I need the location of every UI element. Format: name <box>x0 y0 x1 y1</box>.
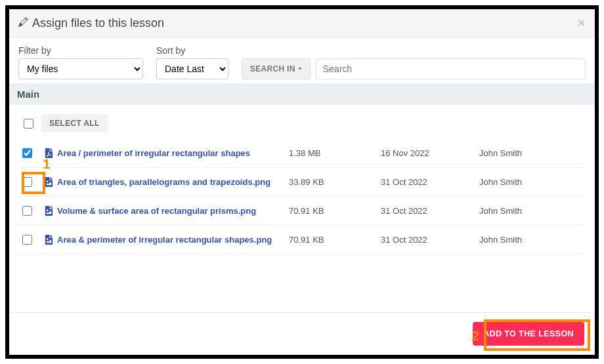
controls-row: Filter by My files Sort by Date Last SEA… <box>18 45 586 79</box>
close-button[interactable]: × <box>577 16 586 30</box>
caret-down-icon <box>298 68 302 70</box>
filter-by-label: Filter by <box>18 45 143 56</box>
sort-by-select[interactable]: Date Last <box>156 58 228 79</box>
file-checkbox[interactable] <box>22 206 32 216</box>
file-checkbox[interactable] <box>22 177 32 187</box>
table-row: Volume & surface area of rectangular pri… <box>18 197 586 226</box>
table-row: Area / perimeter of irregular rectangula… <box>18 139 586 168</box>
table-row: Area of triangles, parallelograms and tr… <box>18 168 586 197</box>
modal-footer: ADD TO THE LESSON <box>9 312 595 355</box>
file-pdf-icon <box>45 148 53 158</box>
file-name-link[interactable]: Area & perimeter of irregular rectangula… <box>57 235 272 245</box>
modal-header: Assign files to this lesson × <box>9 9 595 37</box>
file-size: 33.89 KB <box>289 177 381 187</box>
table-row: Area & perimeter of irregular rectangula… <box>18 226 586 254</box>
file-owner: John Smith <box>479 235 582 245</box>
file-owner: John Smith <box>479 206 582 216</box>
add-to-lesson-button[interactable]: ADD TO THE LESSON <box>473 322 584 346</box>
assign-files-modal: Assign files to this lesson × Filter by … <box>9 9 595 355</box>
file-owner: John Smith <box>479 177 582 187</box>
file-date: 16 Nov 2022 <box>381 148 479 158</box>
sort-by-label: Sort by <box>156 45 228 56</box>
file-size: 70.91 KB <box>289 206 381 216</box>
file-image-icon <box>45 206 53 216</box>
select-all-checkbox[interactable] <box>24 119 33 129</box>
modal-title: Assign files to this lesson <box>18 16 164 30</box>
pencil-icon <box>18 16 28 30</box>
file-name-link[interactable]: Area / perimeter of irregular rectangula… <box>57 148 250 158</box>
file-name-link[interactable]: Volume & surface area of rectangular pri… <box>57 206 256 216</box>
file-date: 31 Oct 2022 <box>381 177 479 187</box>
file-date: 31 Oct 2022 <box>381 235 479 245</box>
file-size: 1.38 MB <box>289 148 381 158</box>
search-in-button[interactable]: SEARCH IN <box>242 58 311 79</box>
filter-by-select[interactable]: My files <box>18 58 143 79</box>
file-name-link[interactable]: Area of triangles, parallelograms and tr… <box>57 177 270 187</box>
modal-title-text: Assign files to this lesson <box>32 16 164 30</box>
file-owner: John Smith <box>479 148 582 158</box>
file-size: 70.91 KB <box>289 235 381 245</box>
section-title: Main <box>9 83 595 105</box>
search-input[interactable] <box>316 58 586 79</box>
file-date: 31 Oct 2022 <box>381 206 479 216</box>
select-all-button[interactable]: SELECT ALL <box>41 114 108 132</box>
file-checkbox[interactable] <box>22 148 32 158</box>
file-checkbox[interactable] <box>22 235 32 245</box>
file-image-icon <box>45 235 53 245</box>
search-in-label: SEARCH IN <box>250 64 295 73</box>
file-image-icon <box>45 177 53 187</box>
file-list: Area / perimeter of irregular rectangula… <box>18 139 586 254</box>
